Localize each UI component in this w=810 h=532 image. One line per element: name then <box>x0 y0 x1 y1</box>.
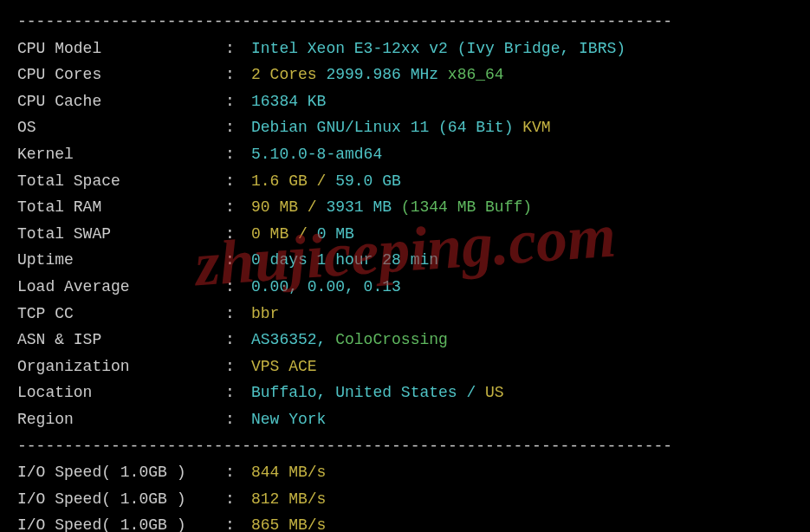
value-segment: 90 MB / <box>251 198 326 216</box>
value-segment: ColoCrossing <box>335 331 448 348</box>
sysinfo-label: Kernel <box>17 141 225 168</box>
value-segment: Intel Xeon E3-12xx v2 (Ivy Bridge, IBRS) <box>251 40 625 57</box>
value-segment: 1.6 GB / <box>251 172 335 190</box>
value-segment: 812 MB/s <box>251 490 326 508</box>
sysinfo-row: Organization: VPS ACE <box>17 354 793 380</box>
sysinfo-row: CPU Cores: 2 Cores 2999.986 MHz x86_64 <box>17 62 793 88</box>
io-speed-section: I/O Speed( 1.0GB ): 844 MB/sI/O Speed( 1… <box>17 459 793 532</box>
sysinfo-row: OS: Debian GNU/Linux 11 (64 Bit) KVM <box>17 114 793 141</box>
sysinfo-value: AS36352, ColoCrossing <box>251 327 793 354</box>
value-segment: x86_64 <box>448 66 504 83</box>
sysinfo-label: CPU Model <box>17 36 225 62</box>
divider-mid: ----------------------------------------… <box>17 433 793 460</box>
sysinfo-value: 0 days 1 hour 28 min <box>251 247 793 274</box>
value-segment: Debian GNU/Linux 11 (64 Bit) <box>251 119 513 136</box>
sysinfo-value: 2 Cores 2999.986 MHz x86_64 <box>251 62 793 88</box>
sysinfo-value: Debian GNU/Linux 11 (64 Bit) KVM <box>251 114 793 141</box>
value-segment: (1344 MB Buff) <box>392 198 532 216</box>
value-segment: 865 MB/s <box>251 516 326 532</box>
value-segment: bbr <box>251 305 279 322</box>
colon-separator: : <box>225 512 251 532</box>
sysinfo-label: Total Space <box>17 168 225 195</box>
colon-separator: : <box>225 247 251 274</box>
colon-separator: : <box>225 114 251 141</box>
colon-separator: : <box>225 354 251 380</box>
colon-separator: : <box>225 62 251 88</box>
system-info-section: CPU Model: Intel Xeon E3-12xx v2 (Ivy Br… <box>17 36 793 433</box>
sysinfo-value: 90 MB / 3931 MB (1344 MB Buff) <box>251 194 793 221</box>
sysinfo-row: Load Average: 0.00, 0.00, 0.13 <box>17 274 793 301</box>
value-segment: KVM <box>513 119 550 136</box>
sysinfo-label: CPU Cache <box>17 88 225 115</box>
sysinfo-label: TCP CC <box>17 301 225 328</box>
sysinfo-label: Total SWAP <box>17 221 225 248</box>
sysinfo-label: Location <box>17 380 225 406</box>
sysinfo-label: Uptime <box>17 247 225 274</box>
io-row: I/O Speed( 1.0GB ): 844 MB/s <box>17 459 793 486</box>
sysinfo-value: 1.6 GB / 59.0 GB <box>251 168 793 195</box>
sysinfo-label: Organization <box>17 354 225 380</box>
colon-separator: : <box>225 301 251 328</box>
sysinfo-label: OS <box>17 114 225 141</box>
io-label: I/O Speed( 1.0GB ) <box>17 512 225 532</box>
value-segment: New York <box>251 411 326 428</box>
sysinfo-value: VPS ACE <box>251 354 793 380</box>
sysinfo-label: CPU Cores <box>17 62 225 88</box>
value-segment: 3931 MB <box>326 198 392 216</box>
sysinfo-row: CPU Cache: 16384 KB <box>17 88 793 115</box>
sysinfo-label: ASN & ISP <box>17 327 225 354</box>
divider-top: ----------------------------------------… <box>17 9 793 36</box>
sysinfo-row: Kernel: 5.10.0-8-amd64 <box>17 141 793 168</box>
colon-separator: : <box>225 36 251 62</box>
value-segment: US <box>485 384 504 401</box>
sysinfo-value: Buffalo, United States / US <box>251 380 793 406</box>
sysinfo-row: Total SWAP: 0 MB / 0 MB <box>17 221 793 248</box>
value-segment: 2 Cores <box>251 66 317 83</box>
sysinfo-row: TCP CC: bbr <box>17 301 793 328</box>
sysinfo-row: ASN & ISP: AS36352, ColoCrossing <box>17 327 793 354</box>
colon-separator: : <box>225 380 251 406</box>
value-segment: 2999.986 MHz <box>317 66 448 83</box>
io-value: 812 MB/s <box>251 486 793 513</box>
value-segment: Buffalo, United States / <box>251 384 485 401</box>
io-value: 865 MB/s <box>251 512 793 532</box>
sysinfo-value: Intel Xeon E3-12xx v2 (Ivy Bridge, IBRS) <box>251 36 793 62</box>
colon-separator: : <box>225 327 251 354</box>
sysinfo-row: Region: New York <box>17 406 793 433</box>
io-row: I/O Speed( 1.0GB ): 865 MB/s <box>17 512 793 532</box>
sysinfo-value: New York <box>251 406 793 433</box>
colon-separator: : <box>225 406 251 433</box>
sysinfo-value: 5.10.0-8-amd64 <box>251 141 793 168</box>
sysinfo-value: 0 MB / 0 MB <box>251 221 793 248</box>
value-segment: 0 MB <box>317 225 354 243</box>
sysinfo-row: Total RAM: 90 MB / 3931 MB (1344 MB Buff… <box>17 194 793 221</box>
sysinfo-row: CPU Model: Intel Xeon E3-12xx v2 (Ivy Br… <box>17 36 793 62</box>
io-row: I/O Speed( 1.0GB ): 812 MB/s <box>17 486 793 513</box>
io-label: I/O Speed( 1.0GB ) <box>17 459 225 486</box>
value-segment: VPS ACE <box>251 358 317 375</box>
value-segment: 16384 KB <box>251 93 326 110</box>
sysinfo-value: bbr <box>251 301 793 328</box>
sysinfo-label: Load Average <box>17 274 225 301</box>
sysinfo-label: Total RAM <box>17 194 225 221</box>
value-segment: 5.10.0-8-amd64 <box>251 146 382 163</box>
sysinfo-label: Region <box>17 406 225 433</box>
sysinfo-value: 16384 KB <box>251 88 793 115</box>
value-segment: 59.0 GB <box>335 172 401 190</box>
value-segment: 0 days 1 hour 28 min <box>251 251 438 269</box>
sysinfo-row: Uptime: 0 days 1 hour 28 min <box>17 247 793 274</box>
value-segment: 844 MB/s <box>251 464 326 481</box>
io-label: I/O Speed( 1.0GB ) <box>17 486 225 513</box>
io-value: 844 MB/s <box>251 459 793 486</box>
colon-separator: : <box>225 194 251 221</box>
sysinfo-value: 0.00, 0.00, 0.13 <box>251 274 793 301</box>
colon-separator: : <box>225 459 251 486</box>
value-segment: 0.00, 0.00, 0.13 <box>251 278 401 295</box>
sysinfo-row: Total Space: 1.6 GB / 59.0 GB <box>17 168 793 195</box>
value-segment: AS36352, <box>251 331 335 348</box>
colon-separator: : <box>225 168 251 195</box>
colon-separator: : <box>225 221 251 248</box>
colon-separator: : <box>225 141 251 168</box>
value-segment: 0 MB / <box>251 225 317 243</box>
colon-separator: : <box>225 88 251 115</box>
